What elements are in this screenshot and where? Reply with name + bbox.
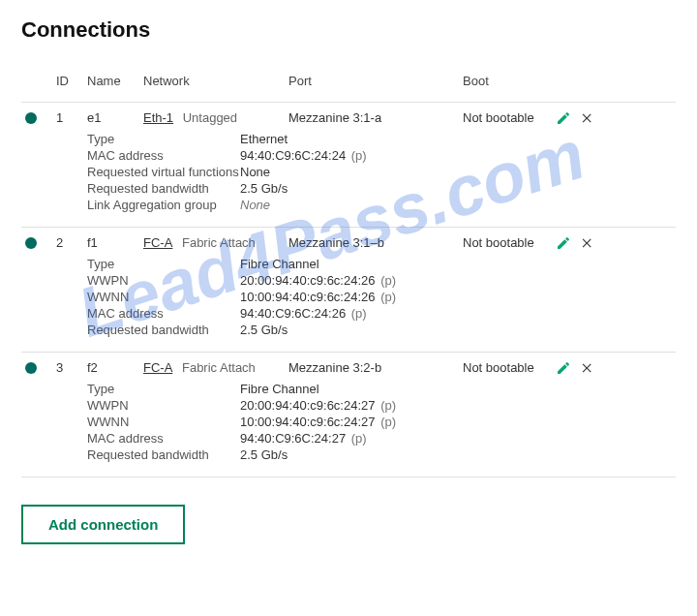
cell-name: e1 — [87, 110, 143, 125]
edit-icon[interactable] — [556, 110, 571, 126]
page-title: Connections — [21, 17, 676, 43]
status-dot-icon — [25, 362, 37, 374]
network-type: Fabric Attach — [182, 235, 256, 250]
detail-label-bw: Requested bandwidth — [87, 181, 240, 196]
detail-label-rvf: Requested virtual functions — [87, 165, 240, 179]
cell-port: Mezzanine 3:1–b — [288, 235, 463, 250]
detail-value-bw: 2.5 Gb/s — [240, 323, 676, 337]
close-icon[interactable] — [581, 361, 594, 375]
detail-value-type: Fibre Channel — [240, 382, 676, 396]
row-details: TypeEthernet MAC address94:40:C9:6C:24:2… — [87, 127, 676, 223]
detail-value-mac: 94:40:C9:6C:24:24 (p) — [240, 148, 676, 163]
detail-label-bw: Requested bandwidth — [87, 323, 240, 337]
divider — [21, 227, 676, 228]
network-link[interactable]: FC-A — [143, 360, 172, 375]
detail-label-type: Type — [87, 257, 240, 271]
detail-label-lag: Link Aggregation group — [87, 198, 240, 212]
detail-value-mac: 94:40:C9:6C:24:26 (p) — [240, 306, 676, 321]
cell-name: f2 — [87, 360, 143, 375]
status-dot-icon — [25, 237, 37, 249]
detail-value-bw: 2.5 Gb/s — [240, 447, 676, 462]
status-dot-icon — [25, 112, 37, 124]
cell-id: 1 — [56, 110, 87, 125]
detail-label-wwpn: WWPN — [87, 398, 240, 413]
header-id: ID — [56, 74, 87, 88]
detail-value-wwnn: 10:00:94:40:c9:6c:24:27 (p) — [240, 415, 676, 429]
cell-name: f1 — [87, 235, 143, 250]
network-link[interactable]: Eth-1 — [143, 110, 173, 125]
detail-value-wwpn: 20:00:94:40:c9:6c:24:26 (p) — [240, 273, 676, 288]
detail-value-mac: 94:40:C9:6C:24:27 (p) — [240, 431, 676, 446]
cell-boot: Not bootable — [463, 235, 556, 250]
detail-label-bw: Requested bandwidth — [87, 447, 240, 462]
detail-value-rvf: None — [240, 165, 676, 179]
cell-port: Mezzanine 3:1-a — [288, 110, 463, 125]
cell-id: 3 — [56, 360, 87, 375]
network-type: Untagged — [183, 110, 237, 125]
cell-port: Mezzanine 3:2-b — [288, 360, 463, 375]
add-connection-button[interactable]: Add connection — [21, 505, 185, 544]
row-details: TypeFibre Channel WWPN20:00:94:40:c9:6c:… — [87, 252, 676, 348]
detail-label-wwnn: WWNN — [87, 415, 240, 429]
detail-value-wwnn: 10:00:94:40:c9:6c:24:26 (p) — [240, 290, 676, 304]
header-network: Network — [143, 74, 288, 88]
close-icon[interactable] — [581, 111, 594, 125]
cell-boot: Not bootable — [463, 110, 556, 125]
table-row: 2 f1 FC-A Fabric Attach Mezzanine 3:1–b … — [21, 235, 676, 252]
network-type: Fabric Attach — [182, 360, 256, 375]
header-port: Port — [288, 74, 463, 88]
table-header: ID Name Network Port Boot — [21, 68, 676, 98]
divider — [21, 102, 676, 103]
edit-icon[interactable] — [556, 360, 571, 376]
cell-boot: Not bootable — [463, 360, 556, 375]
detail-label-wwnn: WWNN — [87, 290, 240, 304]
detail-label-mac: MAC address — [87, 148, 240, 163]
edit-icon[interactable] — [556, 235, 571, 251]
table-row: 1 e1 Eth-1 Untagged Mezzanine 3:1-a Not … — [21, 110, 676, 127]
detail-label-type: Type — [87, 132, 240, 146]
detail-label-mac: MAC address — [87, 431, 240, 446]
detail-value-bw: 2.5 Gb/s — [240, 181, 676, 196]
detail-label-wwpn: WWPN — [87, 273, 240, 288]
table-row: 3 f2 FC-A Fabric Attach Mezzanine 3:2-b … — [21, 360, 676, 377]
header-boot: Boot — [463, 74, 556, 88]
close-icon[interactable] — [581, 236, 594, 250]
header-name: Name — [87, 74, 143, 88]
detail-label-type: Type — [87, 382, 240, 396]
row-details: TypeFibre Channel WWPN20:00:94:40:c9:6c:… — [87, 377, 676, 473]
detail-value-wwpn: 20:00:94:40:c9:6c:24:27 (p) — [240, 398, 676, 413]
detail-value-lag: None — [240, 198, 676, 212]
divider — [21, 352, 676, 353]
detail-label-mac: MAC address — [87, 306, 240, 321]
divider — [21, 477, 676, 477]
detail-value-type: Ethernet — [240, 132, 676, 146]
cell-id: 2 — [56, 235, 87, 250]
network-link[interactable]: FC-A — [143, 235, 172, 250]
detail-value-type: Fibre Channel — [240, 257, 676, 271]
